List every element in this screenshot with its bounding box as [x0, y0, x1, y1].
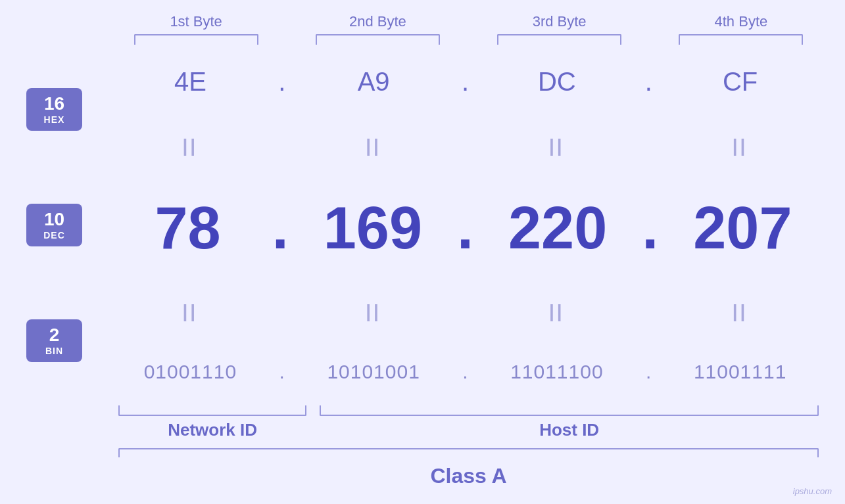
eq2-b3: ||	[479, 301, 636, 322]
byte2-bracket-top	[316, 34, 440, 45]
network-id-label: Network ID	[118, 420, 306, 440]
bin-dot2: .	[452, 361, 479, 383]
host-bracket-bottom	[320, 405, 819, 416]
byte4-bracket-top	[679, 34, 803, 45]
eq1-b3: ||	[479, 135, 636, 156]
host-id-label: Host ID	[320, 420, 819, 440]
byte4-label: 4th Byte	[715, 13, 768, 30]
eq2-b2: ||	[295, 301, 452, 322]
bin-number: 2	[49, 325, 60, 346]
bracket-bottom-row	[118, 405, 819, 416]
bin-badge: 2 BIN	[26, 319, 82, 362]
dec-b2: 169	[297, 195, 448, 262]
dec-badge: 10 DEC	[26, 204, 82, 246]
dec-label: DEC	[43, 230, 65, 241]
hex-dot2: .	[452, 67, 479, 97]
bin-dot3: .	[635, 361, 662, 383]
network-bracket-bottom	[118, 405, 306, 416]
dec-b4: 207	[667, 195, 819, 262]
byte-labels-row: 1st Byte 2nd Byte 3rd Byte 4th Byte	[26, 13, 819, 45]
class-row: Class A	[118, 448, 819, 491]
byte1-bracket-top	[134, 34, 258, 45]
dec-b3: 220	[482, 195, 634, 262]
hex-dot3: .	[635, 67, 662, 97]
watermark: ipshu.com	[793, 486, 832, 496]
bin-row: 01001110 . 10101001 . 11011100 . 1100111…	[112, 361, 819, 383]
hex-b2: A9	[295, 67, 452, 97]
hex-dot1: .	[269, 67, 295, 97]
byte4-col-header: 4th Byte	[664, 13, 819, 45]
bottom-section: Network ID Host ID Class A	[26, 405, 819, 491]
bin-dot1: .	[269, 361, 295, 383]
dec-dot2: .	[449, 195, 482, 262]
hex-label: HEX	[44, 114, 65, 125]
bin-b1: 01001110	[112, 361, 269, 383]
bin-b2: 10101001	[295, 361, 452, 383]
main-container: 1st Byte 2nd Byte 3rd Byte 4th Byte	[0, 0, 845, 504]
byte2-label: 2nd Byte	[349, 13, 406, 30]
byte1-label: 1st Byte	[170, 13, 222, 30]
class-bracket	[118, 448, 819, 457]
hex-number: 16	[44, 94, 64, 114]
dec-number: 10	[44, 210, 64, 230]
dec-b1: 78	[112, 195, 264, 262]
equals-row-1: || || || ||	[112, 135, 819, 156]
dec-row: 78 . 169 . 220 . 207	[112, 195, 819, 262]
byte3-col-header: 3rd Byte	[482, 13, 637, 45]
base-labels-col: 16 HEX 10 DEC 2 BIN	[26, 45, 112, 405]
byte3-label: 3rd Byte	[533, 13, 587, 30]
hex-b3: DC	[479, 67, 636, 97]
dec-dot1: .	[264, 195, 297, 262]
id-labels-row: Network ID Host ID	[118, 420, 819, 440]
byte1-col-header: 1st Byte	[118, 13, 274, 45]
class-label: Class A	[118, 461, 819, 491]
byte2-col-header: 2nd Byte	[300, 13, 455, 45]
hex-b4: CF	[662, 67, 819, 97]
eq1-b2: ||	[295, 135, 452, 156]
hex-row: 4E . A9 . DC . CF	[112, 67, 819, 97]
hex-b1: 4E	[112, 67, 269, 97]
hex-badge: 16 HEX	[26, 88, 82, 131]
eq1-b1: ||	[112, 135, 269, 156]
bin-b3: 11011100	[479, 361, 636, 383]
equals-row-2: || || || ||	[112, 301, 819, 322]
eq1-b4: ||	[662, 135, 819, 156]
eq2-b4: ||	[662, 301, 819, 322]
byte3-bracket-top	[497, 34, 621, 45]
main-content: 16 HEX 10 DEC 2 BIN 4E . A9 . DC . CF	[26, 45, 819, 405]
values-container: 4E . A9 . DC . CF || || || || 78	[112, 45, 819, 405]
bin-b4: 11001111	[662, 361, 819, 383]
bin-label: BIN	[45, 346, 63, 356]
dec-dot3: .	[634, 195, 667, 262]
eq2-b1: ||	[112, 301, 269, 322]
